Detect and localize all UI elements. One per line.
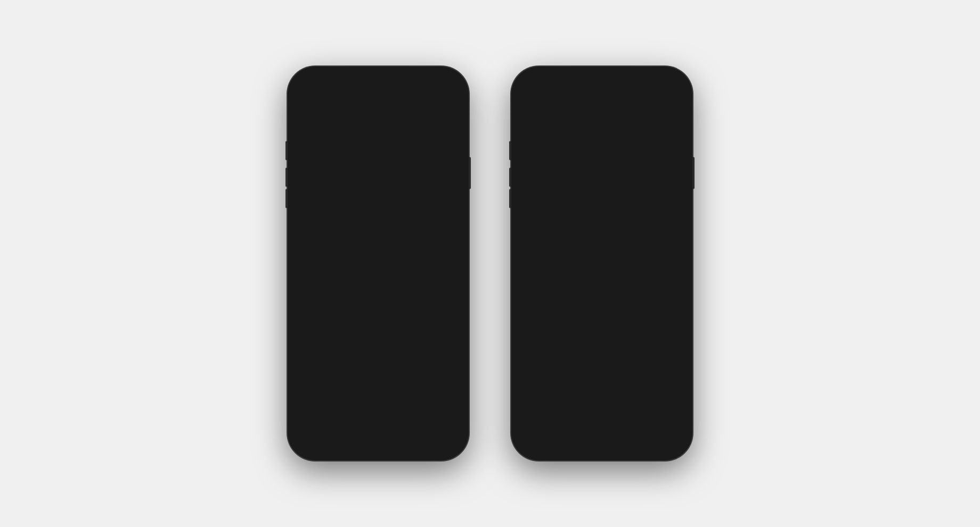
sheet-item-label-left-5: Male Scratch Handicap xyxy=(304,344,391,353)
sheet-item-label-left-7: Male 10 Handicap xyxy=(304,394,372,404)
display-prefs-title-left: Display Preferences xyxy=(304,135,453,152)
sheet-item-right-7[interactable]: Female 10 Handicap✓ xyxy=(519,370,685,396)
battery-right: 84 xyxy=(648,92,670,100)
display-prefs-header-left: Display Preferences xyxy=(295,127,461,159)
wifi-icon-right xyxy=(637,92,644,100)
back-chevron-right: ‹ xyxy=(527,111,530,120)
sheet-item-label-right-4: Female Plus Handicap xyxy=(527,303,613,312)
sheet-item-left-9[interactable]: LPGA TOUR - Top 25 Players✓ xyxy=(295,437,461,441)
sheet-item-right-5[interactable]: Female Scratch Handicap✓ xyxy=(519,320,685,345)
sheet-close-button-right[interactable]: ✕ xyxy=(663,187,677,202)
check-icon-left-1: ✓ xyxy=(446,243,453,253)
sheet-item-label-left-8: Male 15 Handicap xyxy=(304,419,372,429)
phone-screen-right: 10:19 84 xyxy=(519,74,685,453)
back-button-right[interactable]: ‹ Back xyxy=(527,111,552,120)
sheet-item-label-left-1: TOUR - Average xyxy=(304,244,366,253)
sheet-item-left-8[interactable]: Male 15 Handicap✓ xyxy=(295,411,461,437)
sheet-close-button-left[interactable]: ✕ xyxy=(439,203,454,218)
add-icon-right[interactable] xyxy=(667,110,676,121)
nav-bar-left: ‹ Back xyxy=(295,104,461,127)
sheet-handle-area-right xyxy=(519,183,685,195)
sheet-list-left: TOUR - Top 25 Players✓TOUR - Average✓Mal… xyxy=(295,211,461,441)
player-ability-title-right: Player Ability Comparisons xyxy=(527,156,676,168)
search-icon-right[interactable] xyxy=(609,110,619,121)
dynamic-island-right xyxy=(570,80,634,98)
left-phone: 10:09 ⌘ 86 xyxy=(288,67,469,460)
sheet-item-right-0[interactable]: LPGA TOUR - Top 25 Players✓ xyxy=(519,195,685,220)
indicator-dot xyxy=(382,87,387,92)
sheet-item-left-4[interactable]: Male Plus Handicap✓ xyxy=(295,311,461,336)
sheet-item-label-right-6: Female 5 Handicap xyxy=(527,353,601,363)
nav-bar-right: ‹ Back xyxy=(519,104,685,139)
right-phone: 10:19 84 xyxy=(511,67,692,460)
sheet-item-left-3[interactable]: Male D1 College✓ xyxy=(295,286,461,311)
person-icon-left[interactable] xyxy=(405,110,414,121)
sheet-item-left-6[interactable]: Male 5 Handicap✓ xyxy=(295,361,461,386)
check-icon-right-1: ✓ xyxy=(669,227,676,237)
battery-left: 86 xyxy=(424,92,446,100)
sheet-item-right-4[interactable]: Female Plus Handicap✓ xyxy=(519,295,685,320)
svg-line-7 xyxy=(616,116,618,119)
battery-label-right: 84 xyxy=(648,92,655,100)
phone-screen-left: 10:09 ⌘ 86 xyxy=(295,74,461,453)
sheet-item-right-3[interactable]: Female D1 College✓ xyxy=(519,270,685,295)
sheet-item-right-8[interactable]: TOUR - Top 25 Players✓ xyxy=(519,396,685,421)
dynamic-island-left xyxy=(346,80,410,98)
person-icon-right[interactable] xyxy=(628,110,638,121)
player-ability-section-left: Player Ability Comparisons xyxy=(295,164,461,192)
sheet-item-label-right-8: TOUR - Top 25 Players xyxy=(527,403,615,413)
home-indicator-right xyxy=(570,447,634,449)
sheet-item-right-6[interactable]: Female 5 Handicap✓ xyxy=(519,345,685,370)
player-ability-section-right: Player Ability Comparisons xyxy=(519,149,685,176)
add-icon-left[interactable] xyxy=(443,110,453,121)
sheet-item-label-right-2: Female D1 College - Top 25 Players xyxy=(527,253,664,262)
back-button-left[interactable]: ‹ Back xyxy=(304,111,328,120)
sheet-item-left-0[interactable]: TOUR - Top 25 Players✓ xyxy=(295,211,461,236)
svg-line-1 xyxy=(392,116,395,119)
battery-label-left: 86 xyxy=(424,92,431,100)
sheet-item-label-right-7: Female 10 Handicap xyxy=(527,378,606,388)
back-label-right: Back xyxy=(533,111,552,120)
sheet-item-left-2[interactable]: Male D1 College - Top 25 Players✓ xyxy=(295,261,461,286)
sheet-item-label-right-0: LPGA TOUR - Top 25 Players xyxy=(527,202,640,212)
status-time-left: 10:09 xyxy=(310,90,330,100)
player-ability-title-left: Player Ability Comparisons xyxy=(304,172,453,184)
sheet-handle-area-left xyxy=(295,199,461,211)
back-label-left: Back xyxy=(309,111,328,120)
indicator-dot-right xyxy=(606,87,611,92)
sheet-handle-left xyxy=(369,204,388,207)
sheet-item-label-left-0: TOUR - Top 25 Players xyxy=(304,218,391,228)
home-indicator-left xyxy=(346,447,410,449)
sheet-item-label-left-3: Male D1 College xyxy=(304,294,366,303)
sheet-item-label-left-2: Male D1 College - Top 25 Players xyxy=(304,269,430,278)
nav-actions-left xyxy=(386,110,453,121)
camera-dot xyxy=(369,87,374,92)
back-chevron-left: ‹ xyxy=(304,111,307,120)
sheet-item-label-left-4: Male Plus Handicap xyxy=(304,319,379,328)
sheet-item-right-1[interactable]: LPGA TOUR - Average✓ xyxy=(519,220,685,245)
sheet-list-right: LPGA TOUR - Top 25 Players✓LPGA TOUR - A… xyxy=(519,195,685,441)
camera-dot-right xyxy=(593,87,598,92)
bottom-sheet-right: ✕ LPGA TOUR - Top 25 Players✓LPGA TOUR -… xyxy=(519,183,685,453)
sheet-item-left-5[interactable]: Male Scratch Handicap✓ xyxy=(295,336,461,361)
battery-icon-right xyxy=(656,93,670,100)
battery-icon-left xyxy=(432,93,446,100)
status-time-right: 10:19 xyxy=(534,90,553,100)
search-icon-left[interactable] xyxy=(386,110,395,121)
sheet-item-left-7[interactable]: Male 10 Handicap✓ xyxy=(295,386,461,411)
sheet-item-label-right-5: Female Scratch Handicap xyxy=(527,328,625,337)
bell-icon-right[interactable] xyxy=(648,110,657,121)
bell-icon-left[interactable] xyxy=(424,110,434,121)
sheet-item-label-left-6: Male 5 Handicap xyxy=(304,369,368,378)
sheet-item-label-right-1: LPGA TOUR - Average xyxy=(527,228,615,237)
display-prefs-tab-right[interactable]: Display Preferences xyxy=(527,127,599,139)
sheet-item-label-right-9: TOUR - Average xyxy=(527,428,590,438)
sheet-item-label-right-3: Female D1 College xyxy=(527,278,600,287)
sheet-handle-right xyxy=(592,188,611,191)
bottom-sheet-left: ✕ TOUR - Top 25 Players✓TOUR - Average✓M… xyxy=(295,199,461,453)
sheet-item-right-9[interactable]: TOUR - Average✓ xyxy=(519,421,685,441)
sheet-item-left-1[interactable]: TOUR - Average✓ xyxy=(295,236,461,261)
sheet-item-right-2[interactable]: Female D1 College - Top 25 Players✓ xyxy=(519,245,685,270)
nav-actions-right xyxy=(609,110,676,121)
